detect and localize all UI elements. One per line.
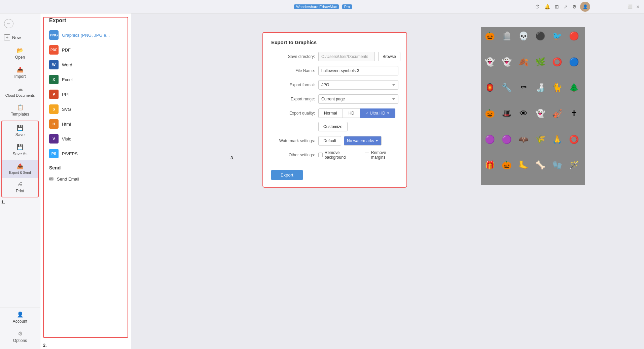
format-ppt-label: PPT [62, 92, 70, 97]
sidebar-item-import[interactable]: 📥 Import [0, 63, 40, 82]
watermark-value: No watermarks [347, 138, 374, 143]
sidebar-item-new-label: New [12, 35, 21, 40]
titlebar: 👤 Wondershare EdrawMax Pro ⏱ 🔔 ⊞ ↗ ⚙ — ⬜… [0, 0, 644, 13]
format-item-pdf[interactable]: PDF PDF [44, 42, 128, 57]
sidebar-item-account[interactable]: 👤 Account [0, 308, 40, 327]
quality-dropdown-icon: ▼ [387, 112, 390, 115]
preview-icon: ⭕ [567, 132, 581, 147]
send-email-label: Send Email [57, 177, 79, 182]
preview-icon: 🦶 [516, 158, 531, 172]
preview-icon: 🎁 [483, 158, 497, 172]
format-html-label: Html [62, 122, 71, 127]
watermark-default-button[interactable]: Default [318, 136, 341, 146]
browse-button[interactable]: Browse [378, 52, 400, 61]
export-format-select[interactable]: JPG PNG SVG [318, 80, 398, 90]
save-icon: 💾 [17, 125, 24, 131]
export-range-select[interactable]: Current page All pages [318, 94, 398, 104]
cloud-icon: ☁ [17, 86, 23, 92]
preview-icon: 🌿 [533, 55, 547, 69]
remove-margins-box[interactable] [365, 153, 369, 157]
remove-margins-checkbox[interactable]: Remove margins [365, 150, 398, 160]
minimize-button[interactable]: — [619, 4, 624, 9]
format-item-html[interactable]: H Html [44, 117, 128, 131]
format-item-word[interactable]: W Word [44, 57, 128, 72]
file-name-input[interactable] [318, 66, 398, 75]
sidebar-item-account-label: Account [13, 319, 27, 324]
preview-icon: 🍶 [533, 81, 547, 95]
app-name: Wondershare EdrawMax [294, 4, 339, 9]
sidebar-item-open[interactable]: 📂 Open [0, 44, 40, 63]
preview-icon: 🌲 [567, 81, 581, 95]
send-email-item[interactable]: ✉ Send Email [49, 173, 122, 185]
export-button[interactable]: Export [271, 170, 303, 180]
word-icon: W [49, 60, 59, 69]
preview-icon: ✝ [567, 106, 581, 121]
format-item-excel[interactable]: X Excel [44, 72, 128, 87]
share-icon: ↗ [564, 4, 568, 9]
sidebar-item-options[interactable]: ⚙ Options [0, 327, 40, 346]
toolbar-icons: ⏱ 🔔 ⊞ ↗ ⚙ [535, 4, 577, 9]
close-button[interactable]: ✕ [635, 4, 641, 9]
preview-icon: 🦇 [516, 132, 531, 147]
save-directory-input[interactable] [318, 52, 375, 61]
quality-hd-button[interactable]: HD [343, 108, 360, 118]
app-title: Wondershare EdrawMax Pro [292, 4, 352, 9]
preview-icon: 🟣 [500, 132, 514, 147]
sidebar-bottom: 👤 Account ⚙ Options [0, 308, 40, 346]
svg-icon: S [49, 104, 59, 114]
preview-icon: 🌾 [533, 132, 547, 147]
ppt-icon: P [49, 90, 59, 99]
content-area: Export to Graphics Save directory: Brows… [131, 13, 644, 349]
remove-background-checkbox[interactable]: Remove background [318, 150, 358, 160]
export-format-label: Export format: [271, 83, 315, 87]
quality-check-icon: ✓ [366, 112, 368, 115]
sidebar-item-export-send[interactable]: 📤 Export & Send [2, 160, 38, 178]
back-button[interactable]: ← [0, 16, 40, 31]
sidebar-item-save[interactable]: 💾 Save [2, 121, 38, 140]
save-directory-label: Save directory: [271, 54, 315, 59]
import-icon: 📥 [17, 66, 24, 73]
quality-ultrahd-label: Ultra HD [370, 111, 385, 116]
sidebar-item-cloud-label: Cloud Documents [5, 93, 35, 97]
export-quality-label: Export quality: [271, 111, 315, 116]
sidebar-item-print[interactable]: 🖨 Print [2, 178, 38, 197]
export-format-row: Export format: JPG PNG SVG [271, 80, 398, 90]
file-name-label: File Name: [271, 68, 315, 73]
quality-normal-button[interactable]: Normal [318, 108, 343, 118]
sidebar-item-cloud[interactable]: ☁ Cloud Documents [0, 82, 40, 101]
preview-icon: 🎩 [500, 106, 514, 121]
restore-button[interactable]: ⬜ [627, 4, 633, 9]
preview-icon: 🐈 [550, 81, 564, 95]
sidebar-item-save-as[interactable]: 💾 Save As [2, 140, 38, 160]
account-icon: 👤 [17, 311, 24, 318]
export-range-label: Export range: [271, 97, 315, 101]
remove-background-box[interactable] [318, 153, 323, 157]
dialog-title: Export to Graphics [271, 39, 398, 45]
preview-icon: 🔵 [567, 55, 581, 69]
options-icon: ⚙ [18, 330, 23, 337]
quality-ultrahd-button[interactable]: ✓ Ultra HD ▼ [360, 108, 395, 118]
preview-icon: 👻 [483, 55, 497, 69]
sidebar-item-new[interactable]: + New [0, 31, 40, 44]
timer-icon: ⏱ [535, 4, 540, 9]
format-item-png[interactable]: PNG Graphics (PNG, JPG e... [44, 28, 128, 42]
customize-button[interactable]: Customize [318, 122, 348, 131]
sidebar-item-templates[interactable]: 📋 Templates [0, 101, 40, 120]
sidebar-item-import-label: Import [14, 74, 26, 79]
preview-icon: 🏮 [483, 81, 497, 95]
watermark-select[interactable]: No watermarks ▼ [344, 136, 382, 146]
format-item-visio[interactable]: V Visio [44, 131, 128, 146]
preview-icon: 💀 [516, 29, 531, 43]
preview-icon: 🟣 [483, 132, 497, 147]
format-item-svg[interactable]: S SVG [44, 102, 128, 117]
format-item-pseps[interactable]: PS PS/EPS [44, 146, 128, 161]
format-svg-label: SVG [62, 107, 71, 112]
bell-icon: 🔔 [544, 4, 550, 9]
window-controls[interactable]: — ⬜ ✕ [619, 4, 641, 9]
preview-icon: 🦴 [533, 158, 547, 172]
preview-icon: 🎃 [483, 29, 497, 43]
preview-icon: ⚰ [516, 81, 531, 95]
preview-icon: 🍂 [516, 55, 531, 69]
format-item-ppt[interactable]: P PPT [44, 87, 128, 102]
save-directory-row: Save directory: Browse [271, 52, 398, 61]
